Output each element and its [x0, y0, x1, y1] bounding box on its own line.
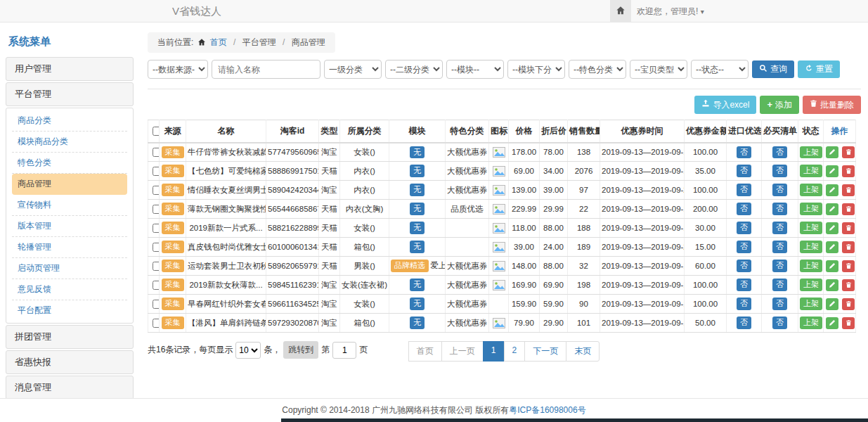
filter-select[interactable]: --宝贝类型--	[630, 60, 687, 79]
must-buy-badge[interactable]: 否	[772, 146, 787, 158]
import-select-badge[interactable]: 否	[737, 316, 751, 328]
pager-button[interactable]: 下一页	[524, 341, 566, 362]
sidebar-menu-item[interactable]: 拼团管理	[6, 325, 134, 349]
edit-button[interactable]	[826, 222, 838, 234]
row-checkbox[interactable]	[153, 281, 160, 290]
import-select-badge[interactable]: 否	[737, 184, 751, 196]
status-badge[interactable]: 上架	[800, 316, 822, 328]
filter-select[interactable]: --模块下分类--	[507, 60, 565, 79]
status-badge[interactable]: 上架	[800, 260, 822, 271]
edit-button[interactable]	[826, 260, 838, 272]
must-buy-badge[interactable]: 否	[772, 316, 787, 328]
edit-button[interactable]	[826, 279, 838, 291]
row-checkbox[interactable]	[153, 205, 160, 214]
name-search-input[interactable]	[212, 60, 320, 79]
sidebar-submenu-item[interactable]: 意见反馈	[12, 279, 127, 300]
must-buy-badge[interactable]: 否	[772, 222, 787, 234]
sidebar-menu-item[interactable]: 用户管理	[6, 57, 134, 81]
edit-button[interactable]	[826, 165, 838, 177]
row-checkbox[interactable]	[153, 319, 160, 328]
bulk-delete-button[interactable]: 批量删除	[803, 96, 861, 114]
data-source-select[interactable]: --数据来源--	[148, 60, 208, 79]
edit-button[interactable]	[826, 146, 838, 158]
import-select-badge[interactable]: 否	[737, 203, 751, 215]
add-button[interactable]: + 添加	[760, 96, 799, 114]
row-checkbox[interactable]	[153, 243, 160, 252]
delete-button[interactable]	[842, 203, 855, 215]
search-button[interactable]: 查询	[752, 60, 794, 78]
sidebar-menu-item[interactable]: 省惠快报	[6, 350, 134, 374]
sidebar-submenu-item[interactable]: 商品管理	[12, 174, 127, 195]
edit-button[interactable]	[826, 298, 838, 310]
status-badge[interactable]: 上架	[800, 222, 822, 234]
filter-select[interactable]: --二级分类--	[385, 60, 443, 79]
import-select-badge[interactable]: 否	[737, 146, 751, 158]
filter-select[interactable]: --状态--	[691, 60, 749, 79]
pager-button[interactable]: 2	[504, 341, 526, 362]
jump-button[interactable]: 跳转到	[283, 341, 318, 359]
filter-select[interactable]: --模块--	[446, 60, 504, 79]
delete-button[interactable]	[842, 184, 855, 196]
delete-button[interactable]	[842, 298, 855, 310]
edit-button[interactable]	[826, 241, 838, 253]
row-checkbox[interactable]	[153, 186, 160, 195]
delete-button[interactable]	[842, 241, 855, 253]
home-button[interactable]	[610, 0, 631, 23]
row-checkbox[interactable]	[153, 167, 160, 176]
sidebar-submenu-item[interactable]: 版本管理	[12, 216, 127, 237]
edit-button[interactable]	[826, 203, 838, 215]
pager-button[interactable]: 1	[483, 341, 505, 362]
delete-button[interactable]	[842, 146, 855, 158]
status-badge[interactable]: 上架	[800, 279, 822, 290]
row-checkbox[interactable]	[153, 262, 160, 271]
sidebar-menu-item[interactable]: 消息管理	[6, 376, 134, 399]
must-buy-badge[interactable]: 否	[772, 165, 787, 177]
pager-button[interactable]: 上一页	[441, 341, 484, 362]
edit-button[interactable]	[826, 184, 838, 196]
status-badge[interactable]: 上架	[800, 298, 822, 309]
delete-button[interactable]	[842, 279, 855, 291]
pager-button[interactable]: 末页	[566, 341, 600, 362]
sidebar-submenu-item[interactable]: 模块商品分类	[12, 132, 127, 153]
select-all-checkbox[interactable]	[153, 127, 160, 136]
delete-button[interactable]	[842, 317, 855, 329]
import-select-badge[interactable]: 否	[737, 298, 751, 309]
sidebar-submenu-item[interactable]: 启动页管理	[12, 258, 127, 279]
must-buy-badge[interactable]: 否	[772, 279, 787, 290]
import-select-badge[interactable]: 否	[737, 260, 751, 271]
sidebar-submenu-item[interactable]: 宣传物料	[12, 195, 127, 216]
page-number-input[interactable]	[332, 342, 356, 359]
import-select-badge[interactable]: 否	[737, 222, 751, 234]
sidebar-submenu-item[interactable]: 轮播管理	[12, 237, 127, 258]
row-checkbox[interactable]	[153, 224, 160, 233]
delete-button[interactable]	[842, 222, 855, 234]
must-buy-badge[interactable]: 否	[772, 203, 787, 215]
filter-select[interactable]: --特色分类--	[569, 60, 626, 79]
import-select-badge[interactable]: 否	[737, 241, 751, 252]
pager-button[interactable]: 首页	[408, 341, 442, 362]
import-excel-button[interactable]: 导入excel	[694, 96, 756, 114]
import-select-badge[interactable]: 否	[737, 165, 751, 177]
filter-select[interactable]: 一级分类	[324, 60, 382, 79]
status-badge[interactable]: 上架	[800, 146, 822, 158]
sidebar-submenu-item[interactable]: 平台配置	[12, 300, 127, 321]
must-buy-badge[interactable]: 否	[772, 184, 787, 196]
page-size-select[interactable]: 10	[235, 342, 261, 359]
status-badge[interactable]: 上架	[800, 184, 822, 196]
import-select-badge[interactable]: 否	[737, 279, 751, 290]
edit-button[interactable]	[826, 317, 838, 329]
status-badge[interactable]: 上架	[800, 241, 822, 252]
must-buy-badge[interactable]: 否	[772, 241, 787, 252]
status-badge[interactable]: 上架	[800, 203, 822, 215]
icp-link[interactable]: 粤ICP备16098006号	[509, 404, 585, 416]
delete-button[interactable]	[842, 165, 855, 177]
breadcrumb-home-link[interactable]: 首页	[210, 37, 227, 47]
sidebar-submenu-item[interactable]: 特色分类	[12, 153, 127, 174]
delete-button[interactable]	[842, 260, 855, 272]
sidebar-menu-item[interactable]: 平台管理	[6, 82, 134, 106]
row-checkbox[interactable]	[153, 300, 160, 309]
status-badge[interactable]: 上架	[800, 165, 822, 177]
user-menu[interactable]: 欢迎您，管理员! ▾	[637, 0, 704, 23]
must-buy-badge[interactable]: 否	[772, 260, 787, 271]
must-buy-badge[interactable]: 否	[772, 298, 787, 309]
